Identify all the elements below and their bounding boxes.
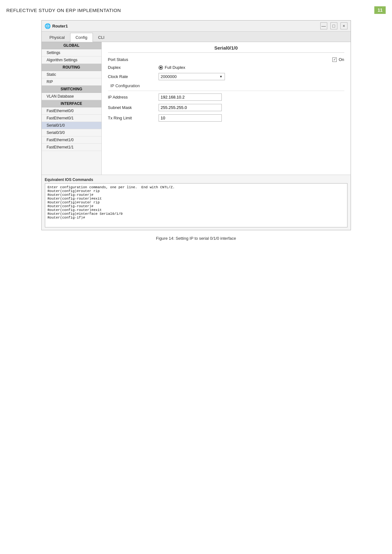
main-content: Serial0/1/0 Port Status ✓ On Duplex Full…	[102, 42, 351, 175]
window-title-area: 🌐 Router1	[45, 23, 68, 29]
tab-physical[interactable]: Physical	[44, 33, 70, 42]
tab-bar: Physical Config CLI	[42, 32, 351, 42]
section-title: Serial0/1/0	[108, 45, 344, 53]
port-status-value: On	[339, 57, 344, 62]
sidebar-item-fastethernet11[interactable]: FastEthernet1/1	[42, 144, 101, 151]
window-titlebar: 🌐 Router1 — □ ×	[42, 21, 351, 32]
sidebar-item-serial030[interactable]: Serial0/3/0	[42, 129, 101, 136]
page-number: 11	[374, 6, 386, 14]
sidebar-group-switching: SWITCHING	[42, 86, 101, 93]
ip-config-divider	[108, 91, 344, 91]
ip-address-row: IP Address	[108, 93, 344, 101]
tx-ring-limit-row: Tx Ring Limit	[108, 114, 344, 122]
clock-rate-arrow-icon: ▼	[220, 75, 223, 78]
subnet-mask-label: Subnet Mask	[108, 105, 159, 110]
duplex-row: Duplex Full Duplex	[108, 65, 344, 70]
sidebar-group-interface: INTERFACE	[42, 100, 101, 107]
duplex-label: Duplex	[108, 65, 159, 70]
sidebar-group-global: GLOBAL	[42, 42, 101, 49]
sidebar-item-fastethernet00[interactable]: FastEthernet0/0	[42, 107, 101, 115]
subnet-mask-input[interactable]	[159, 104, 222, 111]
sidebar-group-routing: ROUTING	[42, 64, 101, 71]
sidebar-item-fastethernet10[interactable]: FastEthernet1/0	[42, 136, 101, 144]
tx-ring-limit-label: Tx Ring Limit	[108, 116, 159, 120]
sidebar-item-fastethernet01[interactable]: FastEthernet0/1	[42, 115, 101, 122]
tx-ring-limit-value-area	[159, 114, 344, 122]
clock-rate-display: 2000000	[161, 74, 177, 79]
subnet-mask-row: Subnet Mask	[108, 104, 344, 111]
close-button[interactable]: ×	[341, 22, 347, 29]
sidebar-item-static[interactable]: Static	[42, 71, 101, 78]
full-duplex-option[interactable]: Full Duplex	[159, 65, 344, 70]
minimize-button[interactable]: —	[320, 22, 327, 29]
sidebar: GLOBAL Settings Algorithm Settings ROUTI…	[42, 42, 102, 175]
tab-cli[interactable]: CLI	[93, 33, 110, 42]
ip-address-label: IP Address	[108, 95, 159, 99]
maximize-button[interactable]: □	[330, 22, 337, 29]
port-status-checkbox-area: ✓ On	[332, 57, 344, 62]
sidebar-item-settings[interactable]: Settings	[42, 49, 101, 57]
equivalent-section: Equivalent IOS Commands Enter configurat…	[42, 175, 351, 230]
ip-address-value-area	[159, 93, 344, 101]
equivalent-label: Equivalent IOS Commands	[45, 178, 347, 182]
full-duplex-label: Full Duplex	[165, 65, 185, 70]
port-status-checkbox[interactable]: ✓	[332, 57, 337, 62]
port-status-label: Port Status	[108, 57, 159, 62]
router-icon: 🌐	[45, 23, 51, 29]
sidebar-item-rip[interactable]: RIP	[42, 78, 101, 86]
window-controls: — □ ×	[320, 22, 347, 29]
ip-address-input[interactable]	[159, 93, 222, 101]
page-title: REFLECTIVE STUDY ON ERP IMPLEMENTATION	[6, 8, 121, 13]
duplex-value: Full Duplex	[159, 65, 344, 70]
tx-ring-limit-input[interactable]	[159, 114, 222, 122]
tab-config[interactable]: Config	[70, 33, 93, 42]
window-title-text: Router1	[52, 24, 68, 28]
clock-rate-value-area: 2000000 ▼	[159, 73, 344, 80]
clock-rate-select[interactable]: 2000000 ▼	[159, 73, 225, 80]
figure-caption: Figure 14: Setting IP to serial 0/1/0 in…	[6, 236, 386, 241]
subnet-mask-value-area	[159, 104, 344, 111]
sidebar-item-algorithm-settings[interactable]: Algorithm Settings	[42, 57, 101, 64]
full-duplex-radio[interactable]	[159, 65, 163, 70]
sidebar-item-serial010[interactable]: Serial0/1/0	[42, 122, 101, 129]
ip-config-header: IP Configuration	[108, 83, 344, 88]
window-body: GLOBAL Settings Algorithm Settings ROUTI…	[42, 42, 351, 175]
cli-output-box[interactable]: Enter configuration commands, one per li…	[45, 183, 347, 227]
clock-rate-label: Clock Rate	[108, 74, 159, 79]
port-status-row: Port Status ✓ On	[108, 57, 344, 62]
router-window: 🌐 Router1 — □ × Physical Config CLI GLOB…	[41, 20, 351, 230]
clock-rate-row: Clock Rate 2000000 ▼	[108, 73, 344, 80]
sidebar-item-vlan-database[interactable]: VLAN Database	[42, 93, 101, 100]
